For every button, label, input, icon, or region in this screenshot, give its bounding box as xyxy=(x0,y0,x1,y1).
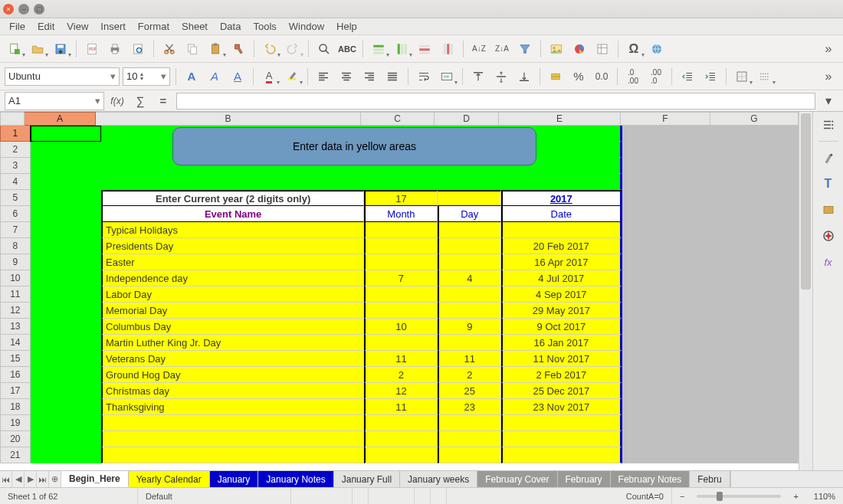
cell-F8[interactable] xyxy=(622,238,711,254)
cell-A4[interactable] xyxy=(31,174,101,190)
cell-E15[interactable]: 11 Nov 2017 xyxy=(501,351,622,367)
sheet-tab-febru[interactable]: Febru xyxy=(690,471,730,487)
spellcheck-button[interactable]: ABC xyxy=(337,39,357,59)
cell-F18[interactable] xyxy=(622,399,711,415)
cell-F13[interactable] xyxy=(622,319,711,335)
cell-D20[interactable] xyxy=(438,431,501,447)
cell-E4[interactable] xyxy=(501,174,622,190)
cell-E5[interactable]: 2017 xyxy=(501,190,622,206)
special-char-button[interactable]: Ω xyxy=(624,39,644,59)
window-close-button[interactable]: × xyxy=(3,4,14,15)
cell-B9[interactable]: Easter xyxy=(101,254,364,270)
sort-asc-button[interactable]: A↓Z xyxy=(469,39,489,59)
cell-G9[interactable] xyxy=(711,254,799,270)
cell-G12[interactable] xyxy=(711,303,799,319)
cell-E6[interactable]: Date xyxy=(501,206,622,222)
cell-B19[interactable] xyxy=(101,415,364,431)
cell-F9[interactable] xyxy=(622,254,711,270)
remove-decimal-button[interactable]: .00.0 xyxy=(646,67,666,87)
col-header-D[interactable]: D xyxy=(435,112,499,126)
cell-G16[interactable] xyxy=(711,367,799,383)
toolbar-overflow-button[interactable]: » xyxy=(818,39,838,59)
cell-E21[interactable] xyxy=(501,447,622,463)
cell-F1[interactable] xyxy=(622,126,711,142)
cell-E16[interactable]: 2 Feb 2017 xyxy=(501,367,622,383)
cell-reference-combo[interactable]: A1▾ xyxy=(5,92,104,110)
cell-B4[interactable] xyxy=(101,174,364,190)
row-header-20[interactable]: 20 xyxy=(0,431,31,447)
styles-icon[interactable]: T xyxy=(818,174,838,194)
align-middle-button[interactable] xyxy=(491,67,511,87)
cell-E11[interactable]: 4 Sep 2017 xyxy=(501,286,622,303)
bold-button[interactable]: A xyxy=(182,67,202,87)
clone-formatting-button[interactable] xyxy=(228,39,248,59)
cell-C5[interactable]: 17 xyxy=(364,190,437,206)
border-style-button[interactable] xyxy=(755,67,775,87)
cell-D13[interactable]: 9 xyxy=(438,319,501,335)
font-color-button[interactable]: A xyxy=(259,67,279,87)
cell-E10[interactable]: 4 Jul 2017 xyxy=(501,270,622,286)
cell-F16[interactable] xyxy=(622,367,711,383)
cell-C20[interactable] xyxy=(364,431,437,447)
new-document-button[interactable] xyxy=(5,39,25,59)
cell-F2[interactable] xyxy=(622,142,711,158)
spreadsheet-grid[interactable]: ABCDEFG 12345Enter Current year (2 digit… xyxy=(0,112,799,470)
cell-B16[interactable]: Ground Hog Day xyxy=(101,367,364,383)
select-all-corner[interactable] xyxy=(0,112,25,126)
window-maximize-button[interactable]: ▢ xyxy=(34,4,44,15)
add-decimal-button[interactable]: .0.00 xyxy=(623,67,643,87)
cell-C6[interactable]: Month xyxy=(364,206,437,222)
row-header-19[interactable]: 19 xyxy=(0,415,31,431)
cell-C7[interactable] xyxy=(364,222,437,238)
redo-button[interactable] xyxy=(283,39,303,59)
cell-D19[interactable] xyxy=(438,415,501,431)
cell-B5[interactable]: Enter Current year (2 digits only) xyxy=(101,190,364,206)
sheet-tab-january[interactable]: January xyxy=(210,471,259,487)
row-header-18[interactable]: 18 xyxy=(0,399,31,415)
cell-F5[interactable] xyxy=(622,190,711,206)
sheet-tab-yearly-calendar[interactable]: Yearly Calendar xyxy=(129,471,210,487)
cell-D21[interactable] xyxy=(438,447,501,463)
tab-add-button[interactable]: ⊕ xyxy=(49,471,61,487)
delete-row-button[interactable] xyxy=(415,39,435,59)
cell-A16[interactable] xyxy=(31,367,101,383)
cell-A19[interactable] xyxy=(31,415,101,431)
col-header-B[interactable]: B xyxy=(96,112,361,126)
col-header-G[interactable]: G xyxy=(710,112,799,126)
cell-A15[interactable] xyxy=(31,351,101,367)
cell-C18[interactable]: 11 xyxy=(364,399,437,415)
paste-button[interactable] xyxy=(205,39,225,59)
cell-C21[interactable] xyxy=(364,447,437,463)
status-insert[interactable] xyxy=(353,488,369,504)
cell-D5[interactable] xyxy=(438,190,501,206)
cell-D11[interactable] xyxy=(438,286,501,303)
cell-C17[interactable]: 12 xyxy=(364,383,437,399)
sheet-tab-february-cover[interactable]: February Cover xyxy=(477,471,557,487)
cell-A12[interactable] xyxy=(31,303,101,319)
find-button[interactable] xyxy=(314,39,334,59)
cell-A20[interactable] xyxy=(31,431,101,447)
insert-col-button[interactable] xyxy=(392,39,412,59)
cell-A21[interactable] xyxy=(31,447,101,463)
tab-last-button[interactable]: ⏭ xyxy=(37,471,49,487)
cell-A7[interactable] xyxy=(31,222,101,238)
cell-G21[interactable] xyxy=(711,447,799,463)
cell-E9[interactable]: 16 Apr 2017 xyxy=(501,254,622,270)
cell-G19[interactable] xyxy=(711,415,799,431)
menu-file[interactable]: File xyxy=(3,19,31,34)
cell-C9[interactable] xyxy=(364,254,437,270)
cell-G11[interactable] xyxy=(711,286,799,303)
sheet-tab-begin-here[interactable]: Begin_Here xyxy=(61,471,129,487)
cell-B6[interactable]: Event Name xyxy=(101,206,364,222)
cell-D4[interactable] xyxy=(438,174,501,190)
cell-A13[interactable] xyxy=(31,319,101,335)
tab-first-button[interactable]: ⏮ xyxy=(0,471,12,487)
percent-button[interactable]: % xyxy=(569,67,589,87)
cell-D14[interactable] xyxy=(438,335,501,351)
cell-C8[interactable] xyxy=(364,238,437,254)
cell-D15[interactable]: 11 xyxy=(438,351,501,367)
horizontal-scrollbar[interactable] xyxy=(730,471,843,487)
highlight-button[interactable] xyxy=(282,67,302,87)
cell-G20[interactable] xyxy=(711,431,799,447)
vertical-scrollbar[interactable] xyxy=(799,112,812,470)
